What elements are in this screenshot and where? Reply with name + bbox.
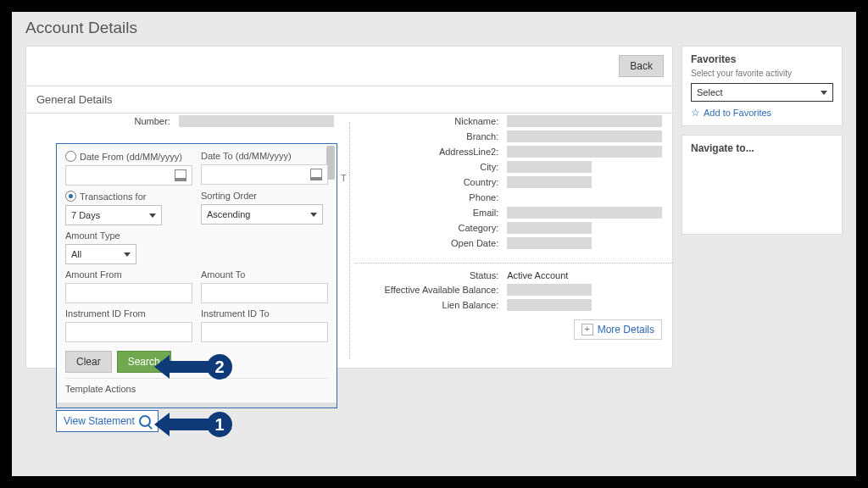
opendate-value — [507, 237, 592, 249]
eab-label: Effective Available Balance: — [365, 285, 499, 295]
more-details-label: More Details — [598, 324, 654, 336]
date-from-label: Date From (dd/MM/yyyy) — [80, 152, 182, 162]
favorites-title: Favorites — [691, 53, 833, 65]
chevron-down-icon — [310, 213, 317, 217]
addressline2-label: AddressLine2: — [365, 147, 499, 157]
callout-badge-2: 2 — [207, 354, 232, 380]
template-actions-header: Template Actions — [65, 378, 328, 397]
general-details-header: General Details — [26, 86, 672, 113]
favorites-select-value: Select — [697, 87, 723, 97]
chevron-down-icon — [124, 252, 131, 257]
panel-footer-strip — [57, 402, 337, 408]
amount-type-label: Amount Type — [65, 230, 192, 241]
sorting-order-select[interactable]: Ascending — [201, 204, 323, 225]
amount-from-label: Amount From — [65, 269, 192, 280]
addressline2-value — [507, 146, 662, 158]
callout-2: 2 — [170, 354, 232, 380]
star-icon: ☆ — [691, 107, 700, 119]
category-value — [507, 222, 592, 234]
instrument-from-input[interactable] — [65, 322, 192, 342]
obscured-text: T — [341, 173, 347, 183]
arrow-left-icon — [170, 419, 209, 430]
transactions-for-option[interactable]: Transactions for — [65, 191, 192, 202]
country-value — [507, 176, 592, 188]
number-label: Number: — [36, 116, 170, 126]
sorting-order-value: Ascending — [207, 209, 250, 219]
page-title: Account Details — [12, 12, 856, 46]
transactions-for-radio[interactable] — [65, 191, 76, 202]
nickname-value — [507, 115, 662, 127]
country-label: Country: — [365, 177, 499, 187]
callout-1: 1 — [170, 412, 232, 437]
instrument-to-label: Instrument ID To — [201, 308, 328, 319]
nickname-label: Nickname: — [365, 116, 499, 126]
more-details-button[interactable]: + More Details — [574, 319, 662, 340]
view-statement-label: View Statement — [64, 415, 135, 427]
chevron-down-icon — [821, 91, 827, 95]
instrument-to-input[interactable] — [201, 322, 328, 342]
favorites-select[interactable]: Select — [691, 83, 833, 102]
transactions-for-value: 7 Days — [71, 210, 100, 220]
lien-label: Lien Balance: — [365, 300, 499, 310]
amount-to-label: Amount To — [201, 269, 328, 280]
date-from-input[interactable] — [65, 165, 192, 186]
lien-value — [507, 299, 592, 311]
number-value — [179, 115, 334, 127]
arrow-left-icon — [170, 361, 209, 373]
instrument-from-label: Instrument ID From — [65, 308, 192, 319]
date-to-label: Date To (dd/MM/yyyy) — [201, 151, 328, 161]
chevron-down-icon — [149, 214, 156, 218]
favorites-subtitle: Select your favorite activity — [691, 69, 833, 78]
transactions-for-label: Transactions for — [80, 191, 146, 202]
date-from-option[interactable]: Date From (dd/MM/yyyy) — [65, 151, 192, 162]
sorting-order-label: Sorting Order — [201, 191, 328, 201]
amount-type-select[interactable]: All — [65, 244, 136, 264]
amount-from-input[interactable] — [65, 283, 192, 303]
branch-value — [507, 130, 662, 142]
clear-button[interactable]: Clear — [65, 351, 112, 373]
favorites-panel: Favorites Select your favorite activity … — [682, 46, 843, 126]
plus-icon: + — [581, 324, 593, 336]
add-to-favorites-label: Add to Favorites — [704, 108, 771, 118]
eab-value — [507, 284, 592, 296]
date-to-input[interactable] — [201, 164, 328, 185]
navigate-title: Navigate to... — [691, 142, 833, 154]
email-label: Email: — [365, 208, 499, 218]
view-statement-tab[interactable]: View Statement — [56, 410, 159, 432]
status-label: Status: — [365, 270, 499, 280]
search-icon — [139, 415, 151, 427]
category-label: Category: — [365, 223, 499, 233]
amount-to-input[interactable] — [201, 283, 328, 303]
callout-badge-1: 1 — [207, 412, 232, 437]
back-button[interactable]: Back — [619, 55, 664, 77]
email-value — [507, 207, 662, 219]
add-to-favorites-link[interactable]: ☆ Add to Favorites — [691, 107, 833, 119]
branch-label: Branch: — [365, 131, 499, 141]
city-value — [507, 161, 592, 173]
date-from-radio[interactable] — [65, 151, 76, 162]
status-value: Active Account — [507, 270, 662, 280]
transactions-for-select[interactable]: 7 Days — [65, 205, 162, 225]
amount-type-value: All — [71, 249, 81, 259]
city-label: City: — [365, 162, 499, 172]
navigate-panel: Navigate to... — [682, 135, 843, 235]
phone-label: Phone: — [365, 192, 499, 202]
vertical-divider — [349, 122, 350, 359]
opendate-label: Open Date: — [365, 238, 499, 248]
